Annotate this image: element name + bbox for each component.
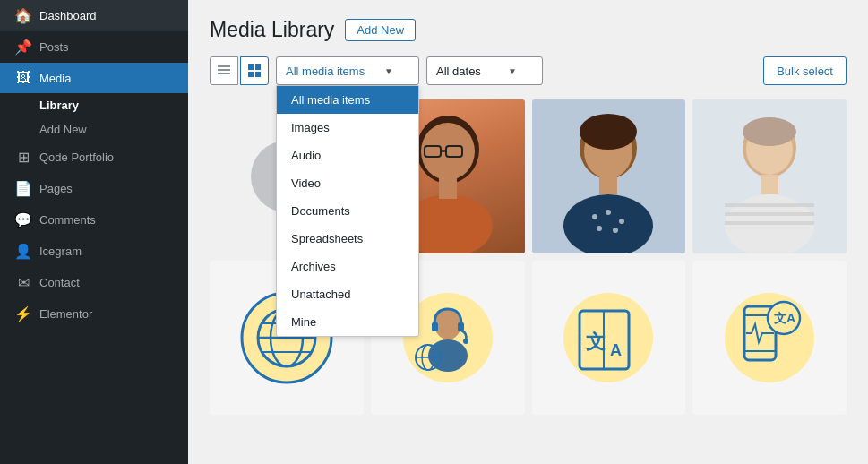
svg-point-19 [606,210,611,215]
submenu-library[interactable]: Library [0,93,188,117]
filter-dropdown-menu: All media items Images Audio Video Docum… [276,85,419,337]
svg-rect-1 [218,69,230,71]
sidebar-item-comments[interactable]: 💬 Comments [0,204,188,236]
sidebar-item-label: Qode Portfolio [39,150,114,164]
grid-view-button[interactable] [240,56,269,85]
add-new-button[interactable]: Add New [345,19,416,41]
sidebar-item-label: Posts [39,40,69,54]
svg-rect-4 [255,64,261,70]
sidebar-item-label: Elementor [39,307,92,321]
sidebar-item-label: Contact [39,276,80,289]
filter-option-unattached[interactable]: Unattached [277,280,418,308]
page-title: Media Library [210,18,334,42]
svg-rect-28 [725,203,814,207]
svg-rect-29 [725,212,814,216]
svg-rect-41 [432,322,438,331]
filter-chevron-icon: ▼ [384,66,393,76]
svg-rect-13 [439,176,457,199]
pages-icon: 📄 [14,180,32,197]
filter-dropdown-wrapper: All media items ▼ All media items Images… [276,56,419,85]
sidebar-item-pages[interactable]: 📄 Pages [0,173,188,204]
list-view-button[interactable] [210,56,238,85]
svg-point-16 [580,114,637,150]
media-item-4[interactable] [692,99,847,253]
svg-text:A: A [610,341,622,359]
comments-icon: 💬 [14,211,32,228]
page-header: Media Library Add New [210,18,847,42]
svg-rect-31 [761,175,778,194]
sidebar-item-label: Pages [39,182,73,195]
svg-rect-2 [218,73,230,74]
sidebar-item-icegram[interactable]: 👤 Icegram [0,236,188,267]
sidebar-item-label: Comments [39,213,96,227]
media-item-3[interactable] [532,99,686,253]
person-face-3 [692,99,847,253]
media-icon: 🖼 [14,70,32,86]
main-content: Media Library Add New [188,0,868,464]
elementor-icon: ⚡ [14,305,32,322]
filter-option-archives[interactable]: Archives [277,253,418,280]
media-submenu: Library Add New [0,93,188,142]
filter-option-images[interactable]: Images [277,114,418,142]
person-face-2 [532,99,686,253]
svg-point-20 [619,219,624,224]
svg-rect-23 [599,175,617,194]
dates-chevron-icon: ▼ [508,66,517,76]
filter-dropdown-button[interactable]: All media items ▼ [276,56,419,85]
toolbar: All media items ▼ All media items Images… [210,56,847,85]
svg-point-22 [613,228,618,233]
svg-rect-3 [248,64,254,70]
submenu-add-new[interactable]: Add New [0,117,188,142]
filter-dropdown-label: All media items [286,64,365,78]
sidebar-item-label: Dashboard [39,9,97,22]
svg-rect-0 [218,65,230,67]
posts-icon: 📌 [14,39,32,56]
dates-dropdown-label: All dates [436,64,481,78]
svg-rect-6 [255,72,261,77]
svg-point-17 [563,194,653,253]
svg-point-8 [421,123,475,180]
view-toggle [210,56,269,85]
svg-point-44 [463,339,468,344]
bulk-select-button[interactable]: Bulk select [763,56,847,85]
svg-rect-30 [725,221,814,225]
filter-option-all[interactable]: All media items [277,86,418,114]
filter-option-spreadsheets[interactable]: Spreadsheets [277,225,418,253]
sidebar-item-label: Media [39,72,71,85]
sidebar-item-media[interactable]: 🖼 Media [0,63,188,93]
sidebar-item-contact[interactable]: ✉ Contact [0,267,188,298]
contact-icon: ✉ [14,274,32,291]
dashboard-icon: 🏠 [14,7,32,24]
svg-text:文A: 文A [774,311,795,325]
svg-text:文: 文 [586,331,606,353]
filter-option-video[interactable]: Video [277,169,418,197]
qode-icon: ⊞ [14,149,32,166]
dates-dropdown-button[interactable]: All dates ▼ [426,56,543,85]
sidebar-item-label: Icegram [39,245,82,258]
media-item-7[interactable]: 文 A [532,261,686,415]
filter-option-mine[interactable]: Mine [277,308,418,336]
filter-option-documents[interactable]: Documents [277,197,418,225]
svg-point-26 [743,117,796,146]
svg-rect-42 [458,322,464,331]
sidebar-item-qode-portfolio[interactable]: ⊞ Qode Portfolio [0,142,188,173]
sidebar: 🏠 Dashboard 📌 Posts 🖼 Media Library Add … [0,0,188,464]
sidebar-item-elementor[interactable]: ⚡ Elementor [0,298,188,330]
sidebar-item-posts[interactable]: 📌 Posts [0,31,188,63]
media-item-8[interactable]: 文A [692,261,847,415]
icegram-icon: 👤 [14,243,32,260]
svg-point-21 [597,226,602,231]
svg-rect-5 [248,72,254,77]
svg-point-18 [592,214,597,219]
filter-option-audio[interactable]: Audio [277,142,418,169]
sidebar-item-dashboard[interactable]: 🏠 Dashboard [0,0,188,31]
